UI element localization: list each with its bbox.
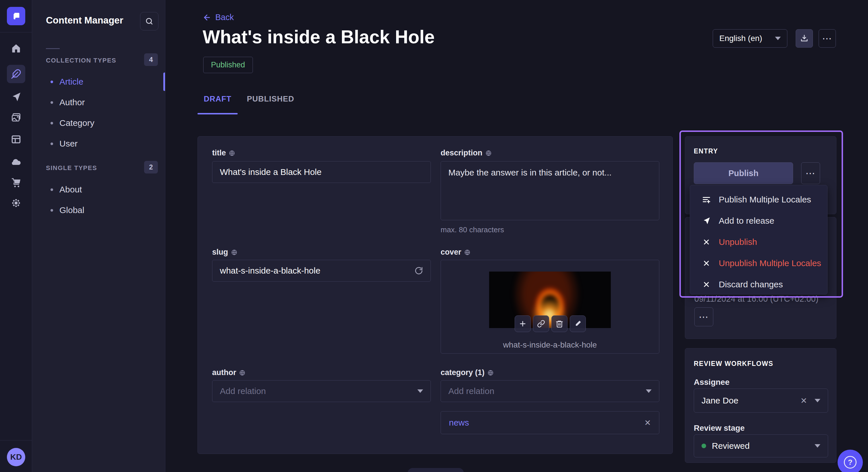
entry-heading: ENTRY xyxy=(694,147,718,155)
marketplace-cart-icon[interactable] xyxy=(10,177,22,189)
collection-types-label: COLLECTION TYPES xyxy=(46,57,116,64)
tab-draft[interactable]: DRAFT xyxy=(197,95,238,103)
relation-link-news[interactable]: news xyxy=(449,418,469,428)
sidebar-divider xyxy=(0,32,32,32)
stage-value: Reviewed xyxy=(712,441,750,451)
sidebar-item-author[interactable]: Author xyxy=(51,96,85,109)
field-label-text: slug xyxy=(212,248,228,257)
entry-more-button[interactable]: ⋯ xyxy=(801,162,820,184)
single-types-count: 2 xyxy=(144,161,158,173)
menu-item-unpublish-multiple-locales[interactable]: Unpublish Multiple Locales xyxy=(690,252,827,274)
content-manager-icon[interactable] xyxy=(7,65,25,83)
slug-field: what-s-inside-a-black-hole xyxy=(212,260,431,281)
menu-item-publish-multiple-locales[interactable]: Publish Multiple Locales xyxy=(690,189,827,210)
review-stage-label: Review stage xyxy=(694,424,745,433)
sidebar-bottom-divider xyxy=(0,440,32,440)
field-label-text: title xyxy=(212,148,226,158)
export-button[interactable] xyxy=(796,29,813,47)
sidebar-item-label: Article xyxy=(59,77,83,87)
collapsed-section-stub[interactable] xyxy=(408,468,464,472)
assignee-select[interactable]: Jane Doe ✕ xyxy=(694,389,828,413)
sidebar-item-user[interactable]: User xyxy=(51,137,78,150)
strapi-logo[interactable] xyxy=(7,7,25,25)
paper-plane-icon xyxy=(702,217,711,225)
menu-item-unpublish[interactable]: Unpublish xyxy=(690,231,827,252)
sidebar-item-category[interactable]: Category xyxy=(51,117,94,129)
field-label-text: author xyxy=(212,368,236,377)
subnav-title: Content Manager xyxy=(46,15,123,26)
main-sidebar: KD xyxy=(0,0,32,472)
remove-relation-icon[interactable]: ✕ xyxy=(644,418,651,428)
publish-button[interactable]: Publish xyxy=(694,162,793,184)
media-library-icon[interactable] xyxy=(10,112,22,123)
review-stage-select[interactable]: Reviewed xyxy=(694,434,828,458)
sidebar-item-about[interactable]: About xyxy=(51,183,82,196)
menu-item-discard-changes[interactable]: Discard changes xyxy=(690,274,827,295)
author-field-label: author xyxy=(212,368,245,377)
header-more-button[interactable]: ⋯ xyxy=(818,29,836,47)
category-field-label: category (1) xyxy=(441,368,494,377)
back-link[interactable]: Back xyxy=(203,12,234,22)
strapi-logo-icon xyxy=(11,11,21,21)
title-input[interactable] xyxy=(212,161,431,183)
search-button[interactable] xyxy=(140,12,158,30)
bullet-dot xyxy=(51,189,53,191)
description-hint: max. 80 characters xyxy=(441,225,504,234)
regenerate-slug-icon[interactable] xyxy=(414,266,423,275)
bullet-dot xyxy=(51,80,53,83)
field-label-text: description xyxy=(441,148,483,158)
copy-link-button[interactable] xyxy=(533,315,549,332)
pencil-icon xyxy=(574,320,582,328)
cloud-icon[interactable] xyxy=(10,156,22,167)
field-label-text: cover xyxy=(441,248,461,257)
globe-icon xyxy=(464,249,470,256)
chevron-down-icon xyxy=(815,399,820,402)
category-relation-combobox[interactable]: Add relation xyxy=(441,380,659,402)
clear-assignee-icon[interactable]: ✕ xyxy=(801,396,807,405)
plus-icon xyxy=(519,320,527,328)
globe-icon xyxy=(231,249,237,256)
arrow-left-icon xyxy=(203,13,211,22)
sidebar-item-label: Global xyxy=(59,205,84,215)
scheduled-more-button[interactable]: ⋯ xyxy=(694,307,713,326)
globe-icon xyxy=(485,150,492,156)
sidebar-item-global[interactable]: Global xyxy=(51,204,84,216)
chevron-down-icon xyxy=(815,444,820,448)
page-title: What's inside a Black Hole xyxy=(203,26,435,47)
author-relation-combobox[interactable]: Add relation xyxy=(212,380,431,402)
list-plus-icon xyxy=(702,195,711,204)
menu-item-label: Discard changes xyxy=(719,279,783,289)
tab-active-underline xyxy=(197,113,238,114)
more-dots-icon: ⋯ xyxy=(822,34,832,43)
search-icon xyxy=(145,17,154,26)
edit-asset-button[interactable] xyxy=(570,315,586,332)
sidebar-item-article[interactable]: Article xyxy=(51,75,83,88)
add-asset-button[interactable] xyxy=(515,315,531,332)
category-relation-item: news ✕ xyxy=(441,411,659,434)
delete-asset-button[interactable] xyxy=(551,315,567,332)
description-textarea[interactable]: Maybe the answer is in this article, or … xyxy=(441,161,659,220)
cross-icon xyxy=(702,259,711,267)
menu-item-label: Publish Multiple Locales xyxy=(719,195,811,204)
sidebar-item-label: Author xyxy=(59,98,85,107)
menu-item-label: Add to release xyxy=(719,216,774,226)
field-label-text: category (1) xyxy=(441,368,485,377)
active-item-indicator xyxy=(163,72,165,91)
assignee-label: Assignee xyxy=(694,378,730,387)
content-type-builder-icon[interactable] xyxy=(10,134,22,145)
settings-gear-icon[interactable] xyxy=(10,197,22,209)
releases-icon[interactable] xyxy=(10,91,22,103)
author-placeholder: Add relation xyxy=(220,386,266,396)
user-avatar[interactable]: KD xyxy=(7,448,25,466)
menu-item-add-to-release[interactable]: Add to release xyxy=(690,210,827,231)
chevron-down-icon xyxy=(775,37,781,40)
help-button[interactable]: ? xyxy=(838,450,863,472)
main-content: Back What's inside a Black Hole Publishe… xyxy=(165,0,868,472)
home-icon[interactable] xyxy=(10,42,22,54)
locale-select[interactable]: English (en) xyxy=(713,29,787,47)
assignee-value: Jane Doe xyxy=(702,396,738,405)
description-field-label: description xyxy=(441,148,492,158)
bullet-dot xyxy=(51,209,53,212)
bullet-dot xyxy=(51,122,53,125)
tab-published[interactable]: PUBLISHED xyxy=(247,95,282,103)
